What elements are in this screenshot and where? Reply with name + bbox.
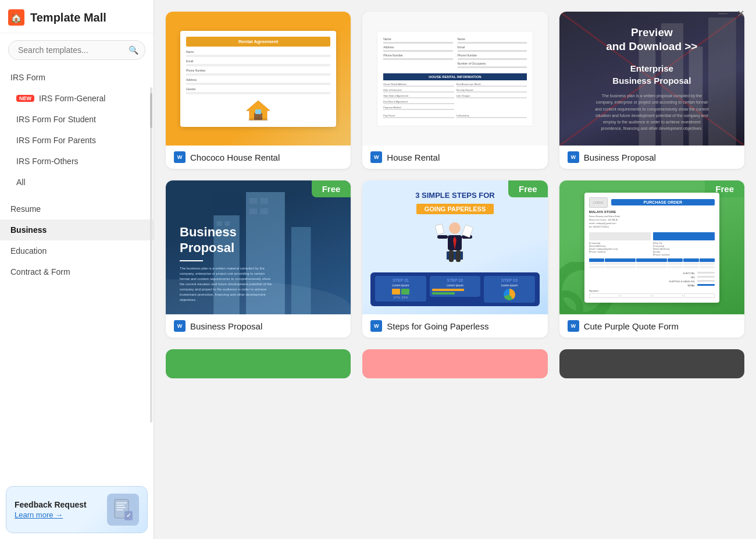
template-label-chococo: W Chococo House Rental: [166, 146, 351, 169]
irs-form-label: IRS Form: [10, 73, 45, 82]
template-label-biz-dark: W Business Proposal: [559, 146, 744, 169]
feedback-link[interactable]: Learn more →: [15, 510, 102, 519]
template-label-po: W Cute Purple Quote Form: [559, 314, 744, 338]
sidebar-item-label: Resume: [10, 204, 41, 214]
docx-icon: W: [370, 151, 382, 163]
docx-icon: W: [174, 151, 186, 163]
feedback-banner[interactable]: Feedback Request Learn more → ✓: [6, 486, 148, 533]
paperless-title: 3 SIMPLE STEPS FOR: [415, 191, 495, 200]
svg-point-28: [449, 222, 461, 234]
main-content: — ✕ Rental Agreement Name Email Phone Nu…: [154, 0, 756, 539]
template-thumb-paperless: Free 3 SIMPLE STEPS FOR GOING PAPERLESS: [362, 180, 547, 314]
sidebar-item-label: IRS Form-General: [39, 94, 105, 103]
svg-rect-35: [449, 250, 454, 262]
partial-card-1[interactable]: [166, 349, 351, 378]
minimize-button[interactable]: —: [718, 8, 728, 19]
sidebar-item-irs-others[interactable]: IRS Form-Others: [0, 151, 154, 172]
svg-rect-3: [116, 507, 126, 508]
svg-rect-25: [261, 198, 268, 204]
sidebar-item-irs-general[interactable]: NEW IRS Form-General: [0, 88, 154, 109]
sidebar-item-contract-form[interactable]: Contract & Form: [0, 261, 154, 282]
svg-rect-24: [249, 198, 257, 204]
sidebar-item-irs-student[interactable]: IRS Form For Student: [0, 109, 154, 130]
template-name: House Rental: [387, 153, 440, 162]
partial-card-2[interactable]: [362, 349, 547, 378]
template-thumb-biz-blue: Free: [166, 180, 351, 314]
svg-rect-27: [261, 208, 268, 214]
docx-icon: W: [568, 151, 579, 163]
svg-rect-36: [456, 250, 461, 262]
sidebar-item-label: All: [16, 178, 26, 187]
sidebar-item-label: Contract & Form: [10, 267, 70, 276]
svg-rect-26: [249, 208, 257, 214]
template-grid: Rental Agreement Name Email Phone Number…: [166, 12, 744, 338]
template-card-chococo[interactable]: Rental Agreement Name Email Phone Number…: [166, 12, 351, 169]
template-card-paperless[interactable]: Free 3 SIMPLE STEPS FOR GOING PAPERLESS: [362, 180, 547, 338]
template-label-biz-blue: W Business Proposal: [166, 314, 351, 338]
sidebar-item-resume[interactable]: Resume: [0, 198, 154, 219]
free-badge: Free: [508, 180, 548, 197]
template-label-paperless: W Steps for Going Paperless: [362, 314, 547, 338]
logo-icon: 🏠: [8, 9, 24, 26]
docx-icon: W: [568, 320, 579, 332]
sidebar-item-label: IRS Form For Student: [16, 115, 96, 124]
feedback-survey-icon: ✓: [107, 494, 139, 526]
sidebar-item-label: IRS Form For Parents: [16, 136, 96, 145]
template-name: Business Proposal: [190, 321, 262, 331]
house-rental-form: Name Address Phone Number Name Email: [377, 31, 533, 126]
search-wrapper: 🔍: [8, 40, 145, 60]
new-badge: NEW: [16, 95, 34, 102]
feedback-link-label: Learn more →: [15, 510, 63, 519]
desc-text: The business plan is a written proposal …: [594, 93, 710, 132]
svg-rect-4: [116, 509, 123, 510]
partial-card-3[interactable]: [559, 349, 744, 378]
sidebar-item-irs-form[interactable]: IRS Form: [0, 67, 154, 88]
partial-template-row: [166, 349, 744, 378]
biz-blue-title: BusinessProposal: [180, 225, 273, 256]
feedback-title: Feedback Request: [15, 500, 102, 509]
close-button[interactable]: ✕: [735, 8, 746, 19]
sidebar: 🏠 Template Mall 🔍 IRS Form NEW IRS Form-…: [0, 0, 154, 539]
svg-text:✓: ✓: [126, 512, 131, 519]
template-thumb-po: Free LOGO PURCHASE ORDER MALAYA STORE Sw…: [559, 180, 744, 314]
sidebar-item-irs-parents[interactable]: IRS Form For Parents: [0, 130, 154, 151]
feedback-text-area: Feedback Request Learn more →: [15, 500, 102, 519]
search-container: 🔍: [0, 33, 154, 67]
sidebar-item-label: Business: [10, 225, 47, 235]
template-name: Chococo House Rental: [190, 153, 280, 162]
sidebar-item-all[interactable]: All: [0, 172, 154, 193]
template-card-house-rental[interactable]: Name Address Phone Number Name Email: [362, 12, 547, 169]
sidebar-item-education[interactable]: Education: [0, 240, 154, 261]
template-name: Steps for Going Paperless: [387, 321, 488, 331]
template-card-po[interactable]: Free LOGO PURCHASE ORDER MALAYA STORE Sw…: [559, 180, 744, 338]
biz-blue-desc: The business plan is a written material …: [180, 266, 273, 303]
enterprise-text: EnterpriseBusiness Proposal: [594, 62, 710, 87]
search-icon: 🔍: [129, 45, 138, 55]
po-document: LOGO PURCHASE ORDER MALAYA STORE Sweet B…: [584, 193, 719, 303]
search-input[interactable]: [8, 40, 145, 60]
template-thumb-chococo: Rental Agreement Name Email Phone Number…: [166, 12, 351, 146]
sidebar-item-label: IRS Form-Others: [16, 157, 79, 166]
template-thumb-house-rental: Name Address Phone Number Name Email: [362, 12, 547, 146]
template-card-biz-blue[interactable]: Free: [166, 180, 351, 338]
template-thumb-biz-dark: Previewand Download >> EnterpriseBusines…: [559, 12, 744, 146]
docx-icon: W: [174, 320, 186, 332]
nav-section: IRS Form NEW IRS Form-General IRS Form F…: [0, 67, 154, 480]
svg-rect-2: [116, 505, 124, 506]
scrollbar-track: [150, 87, 152, 423]
chococo-form-preview: Rental Agreement Name Email Phone Number…: [180, 31, 336, 127]
template-name: Cute Purple Quote Form: [584, 321, 679, 331]
paperless-subtitle: GOING PAPERLESS: [416, 204, 494, 214]
svg-rect-1: [116, 502, 127, 503]
app-title: Template Mall: [30, 11, 106, 24]
window-controls: — ✕: [707, 0, 756, 27]
template-name: Business Proposal: [584, 153, 656, 162]
docx-icon: W: [370, 320, 382, 332]
preview-download-text: Previewand Download >>: [594, 26, 710, 54]
scrollbar-thumb[interactable]: [150, 93, 152, 128]
template-label-house-rental: W House Rental: [362, 146, 547, 169]
svg-rect-9: [255, 109, 261, 114]
sidebar-item-business[interactable]: Business: [0, 219, 154, 240]
svg-rect-38: [436, 224, 445, 235]
template-card-biz-dark[interactable]: Previewand Download >> EnterpriseBusines…: [559, 12, 744, 169]
